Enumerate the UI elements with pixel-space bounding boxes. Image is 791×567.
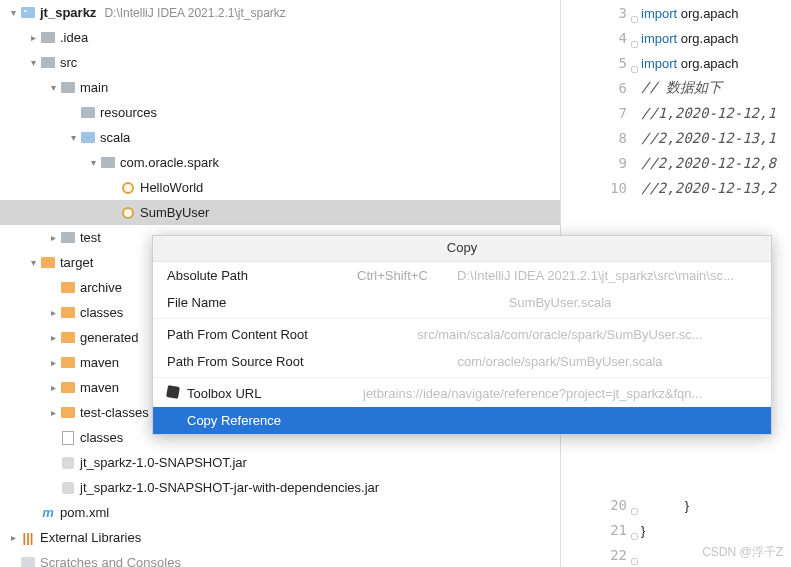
editor-line[interactable]: 6// 数据如下 xyxy=(561,75,791,100)
class-icon xyxy=(120,205,136,221)
tree-node-package[interactable]: ▾com.oracle.spark xyxy=(0,150,560,175)
copy-popup: Copy Absolute Path Ctrl+Shift+C D:\Intel… xyxy=(152,235,772,435)
resources-icon xyxy=(80,105,96,121)
copy-file-name[interactable]: File Name SumByUser.scala xyxy=(153,289,771,316)
jar-icon xyxy=(60,480,76,496)
editor-line[interactable]: 20 } xyxy=(561,492,791,517)
copy-path-content-root[interactable]: Path From Content Root src/main/scala/co… xyxy=(153,321,771,348)
separator xyxy=(153,377,771,378)
tree-node[interactable]: ▸jt_sparkz-1.0-SNAPSHOT-jar-with-depende… xyxy=(0,475,560,500)
jar-icon xyxy=(60,455,76,471)
file-icon xyxy=(60,430,76,446)
editor-line[interactable]: 9//2,2020-12-12,8 xyxy=(561,150,791,175)
libraries-icon: ||| xyxy=(20,530,36,546)
editor-line[interactable]: 21} xyxy=(561,517,791,542)
editor-line[interactable]: 3import org.apach xyxy=(561,0,791,25)
copy-absolute-path[interactable]: Absolute Path Ctrl+Shift+C D:\IntelliJ I… xyxy=(153,262,771,289)
popup-title: Copy xyxy=(153,236,771,262)
folder-icon xyxy=(40,30,56,46)
folder-icon xyxy=(60,80,76,96)
tree-node-hello[interactable]: ▸HelloWorld xyxy=(0,175,560,200)
excluded-folder-icon xyxy=(40,255,56,271)
tree-node-pom[interactable]: ▸mpom.xml xyxy=(0,500,560,525)
tree-node[interactable]: ▸jt_sparkz-1.0-SNAPSHOT.jar xyxy=(0,450,560,475)
package-icon xyxy=(100,155,116,171)
tree-node-idea[interactable]: ▸.idea xyxy=(0,25,560,50)
watermark: CSDN @浮千Z xyxy=(702,544,783,561)
tree-node-resources[interactable]: ▸resources xyxy=(0,100,560,125)
separator xyxy=(153,318,771,319)
tree-node-sumbyuser[interactable]: ▸SumByUser xyxy=(0,200,560,225)
tree-node-scratches[interactable]: ▸Scratches and Consoles xyxy=(0,550,560,567)
module-icon xyxy=(20,5,36,21)
folder-icon xyxy=(40,55,56,71)
tree-root[interactable]: ▾ jt_sparkz D:\IntelliJ IDEA 2021.2.1\jt… xyxy=(0,0,560,25)
folder-icon xyxy=(60,230,76,246)
editor-line[interactable]: 5import org.apach xyxy=(561,50,791,75)
toolbox-icon xyxy=(166,385,180,399)
editor-line[interactable]: 7//1,2020-12-12,1 xyxy=(561,100,791,125)
copy-toolbox-url[interactable]: Toolbox URL jetbrains://idea/navigate/re… xyxy=(153,380,771,407)
excluded-folder-icon xyxy=(60,405,76,421)
tree-node-external-libs[interactable]: ▸|||External Libraries xyxy=(0,525,560,550)
copy-path-source-root[interactable]: Path From Source Root com/oracle/spark/S… xyxy=(153,348,771,375)
excluded-folder-icon xyxy=(60,305,76,321)
excluded-folder-icon xyxy=(60,330,76,346)
scratches-icon xyxy=(20,555,36,568)
excluded-folder-icon xyxy=(60,355,76,371)
excluded-folder-icon xyxy=(60,280,76,296)
source-folder-icon xyxy=(80,130,96,146)
excluded-folder-icon xyxy=(60,380,76,396)
editor-line[interactable]: 4import org.apach xyxy=(561,25,791,50)
copy-reference[interactable]: Copy Reference xyxy=(153,407,771,434)
class-icon xyxy=(120,180,136,196)
editor-line[interactable]: 10//2,2020-12-13,2 xyxy=(561,175,791,200)
tree-node-src[interactable]: ▾src xyxy=(0,50,560,75)
tree-node-scala[interactable]: ▾scala xyxy=(0,125,560,150)
editor-line[interactable]: 8//2,2020-12-13,1 xyxy=(561,125,791,150)
maven-icon: m xyxy=(40,505,56,521)
tree-node-main[interactable]: ▾main xyxy=(0,75,560,100)
